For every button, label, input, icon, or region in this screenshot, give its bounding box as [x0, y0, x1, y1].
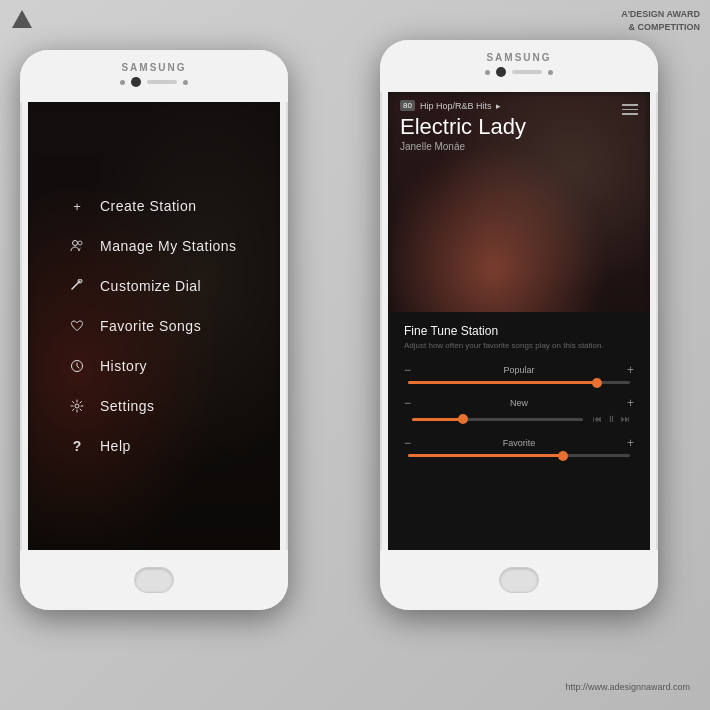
menu-item-help[interactable]: ? Help: [68, 427, 280, 465]
favorite-songs-icon: [68, 317, 86, 335]
customize-dial-label: Customize Dial: [100, 278, 201, 294]
left-phone-screen: + Create Station Manage My Stations: [28, 102, 280, 550]
slider-new: − New + ⏮ ⏸ ⏭: [404, 396, 634, 424]
favorite-slider-thumb[interactable]: [558, 451, 568, 461]
fine-tune-panel: Fine Tune Station Adjust how often your …: [388, 312, 650, 550]
help-label: Help: [100, 438, 131, 454]
favorite-label: Favorite: [503, 438, 536, 448]
left-phone-top-bar: SAMSUNG: [20, 50, 288, 102]
hamburger-line-2: [622, 109, 638, 111]
now-playing: 80 Hip Hop/R&B Hits ▸ Electric Lady Jane…: [400, 100, 638, 152]
create-station-icon: +: [68, 197, 86, 215]
svg-point-0: [73, 241, 78, 246]
favorite-slider-fill: [408, 454, 563, 457]
new-label: New: [510, 398, 528, 408]
right-samsung-label: SAMSUNG: [486, 52, 551, 63]
fine-tune-title: Fine Tune Station: [404, 324, 634, 338]
new-slider-fill: [412, 418, 463, 421]
history-icon: [68, 357, 86, 375]
skip-back-icon[interactable]: ⏮: [593, 414, 602, 424]
left-samsung-label: SAMSUNG: [121, 62, 186, 73]
camera-dot: [131, 77, 141, 87]
hamburger-menu[interactable]: [622, 104, 638, 115]
favorite-slider-track[interactable]: [408, 454, 630, 457]
popular-plus-button[interactable]: +: [627, 363, 634, 377]
hamburger-line-1: [622, 104, 638, 106]
popular-label: Popular: [503, 365, 534, 375]
slider-popular: − Popular +: [404, 363, 634, 384]
camera-dot-r: [496, 67, 506, 77]
popular-slider-track[interactable]: [408, 381, 630, 384]
new-slider-track[interactable]: [412, 418, 583, 421]
popular-slider-fill: [408, 381, 597, 384]
menu-item-favorite-songs[interactable]: Favorite Songs: [68, 307, 280, 345]
svg-point-1: [78, 241, 82, 245]
menu-item-customize-dial[interactable]: Customize Dial: [68, 267, 280, 305]
playback-controls: ⏮ ⏸ ⏭: [593, 414, 630, 424]
history-label: History: [100, 358, 147, 374]
right-phone-sensors: [485, 67, 553, 77]
left-phone-sensors: [120, 77, 188, 87]
settings-icon: [68, 397, 86, 415]
slider-favorite: − Favorite +: [404, 436, 634, 457]
favorite-songs-label: Favorite Songs: [100, 318, 201, 334]
station-badge: 80 Hip Hop/R&B Hits ▸: [400, 100, 638, 111]
logo-triangle-icon: [12, 10, 32, 28]
right-phone-screen: 80 Hip Hop/R&B Hits ▸ Electric Lady Jane…: [388, 92, 650, 550]
station-name: Hip Hop/R&B Hits: [420, 101, 492, 111]
song-title: Electric Lady: [400, 115, 638, 139]
hamburger-line-3: [622, 113, 638, 115]
favorite-minus-button[interactable]: −: [404, 436, 411, 450]
menu-item-manage-stations[interactable]: Manage My Stations: [68, 227, 280, 265]
watermark-line2: & COMPETITION: [621, 21, 700, 34]
svg-point-4: [75, 404, 79, 408]
right-phone-bottom-bar: [380, 550, 658, 610]
skip-forward-icon[interactable]: ⏭: [621, 414, 630, 424]
speaker-line-r: [512, 70, 542, 74]
watermark: A'DESIGN AWARD & COMPETITION: [621, 8, 700, 33]
station-arrow-icon: ▸: [496, 101, 501, 111]
customize-dial-icon: [68, 277, 86, 295]
popular-minus-button[interactable]: −: [404, 363, 411, 377]
new-slider-thumb[interactable]: [458, 414, 468, 424]
slider-popular-controls: − Popular +: [404, 363, 634, 377]
speaker-line: [147, 80, 177, 84]
artist-name: Janelle Monáe: [400, 141, 638, 152]
slider-favorite-controls: − Favorite +: [404, 436, 634, 450]
fine-tune-subtitle: Adjust how often your favorite songs pla…: [404, 341, 634, 351]
new-plus-button[interactable]: +: [627, 396, 634, 410]
create-station-label: Create Station: [100, 198, 197, 214]
left-phone: SAMSUNG + Create Station: [20, 50, 288, 610]
pause-icon[interactable]: ⏸: [607, 414, 616, 424]
slider-new-controls: − New +: [404, 396, 634, 410]
station-badge-num: 80: [400, 100, 415, 111]
menu-item-create-station[interactable]: + Create Station: [68, 187, 280, 225]
watermark-line1: A'DESIGN AWARD: [621, 8, 700, 21]
right-phone-top-bar: SAMSUNG: [380, 40, 658, 92]
right-phone: SAMSUNG 80 Hip Hop/R&B Hits ▸ Electric L…: [380, 40, 658, 610]
sensor-dot-2: [183, 80, 188, 85]
left-phone-bottom-bar: [20, 550, 288, 610]
new-minus-button[interactable]: −: [404, 396, 411, 410]
settings-label: Settings: [100, 398, 155, 414]
sensor-dot-r2: [548, 70, 553, 75]
manage-stations-label: Manage My Stations: [100, 238, 237, 254]
popular-slider-thumb[interactable]: [592, 378, 602, 388]
menu-container: + Create Station Manage My Stations: [28, 102, 280, 550]
right-home-button[interactable]: [499, 567, 539, 593]
menu-item-settings[interactable]: Settings: [68, 387, 280, 425]
left-home-button[interactable]: [134, 567, 174, 593]
help-icon: ?: [68, 437, 86, 455]
manage-stations-icon: [68, 237, 86, 255]
menu-item-history[interactable]: History: [68, 347, 280, 385]
sensor-dot-r1: [485, 70, 490, 75]
bottom-url: http://www.adesignnaward.com: [565, 682, 690, 692]
favorite-plus-button[interactable]: +: [627, 436, 634, 450]
sensor-dot-1: [120, 80, 125, 85]
